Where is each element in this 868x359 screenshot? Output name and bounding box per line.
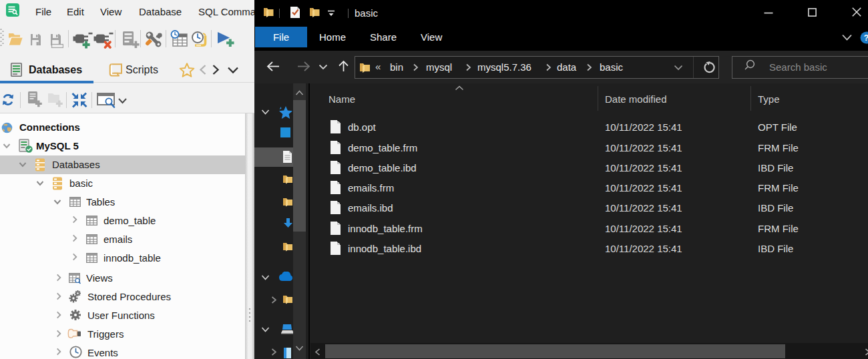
svg-text:?: ? <box>864 33 868 43</box>
